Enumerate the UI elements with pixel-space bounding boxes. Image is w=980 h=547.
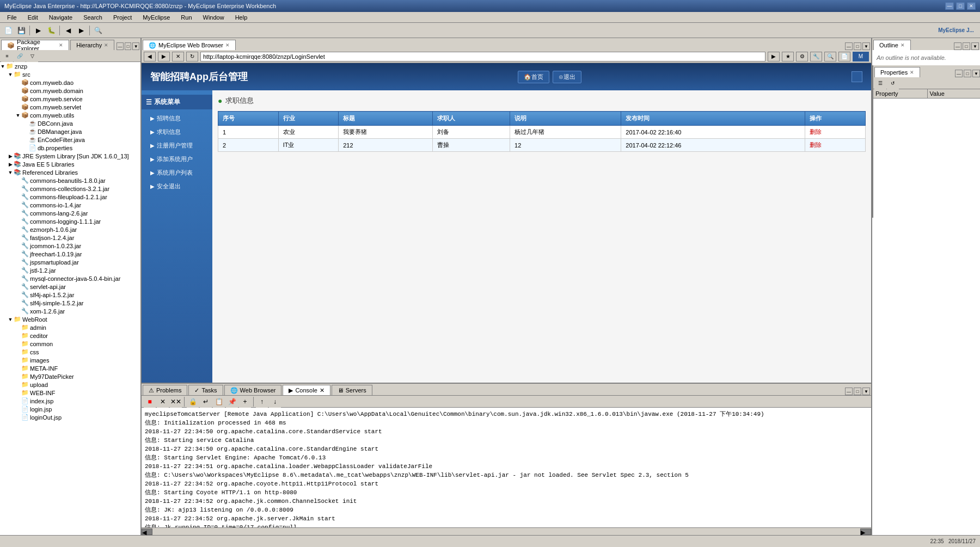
collapse-all-btn[interactable]: ≡ bbox=[1, 50, 13, 62]
tree-item[interactable]: 🔧jspsmartupload.jar bbox=[0, 258, 140, 266]
tree-item[interactable]: 🔧mysql-connector-java-5.0.4-bin.jar bbox=[0, 274, 140, 282]
tools-btn3[interactable]: 📄 bbox=[838, 52, 850, 62]
minimize-bottom[interactable]: — bbox=[845, 388, 853, 395]
search-btn[interactable]: 🔍 bbox=[92, 24, 104, 36]
tree-item[interactable]: ▼📁src bbox=[0, 70, 140, 78]
tree-item[interactable]: 🔧commons-io-1.4.jar bbox=[0, 201, 140, 209]
tree-item[interactable]: ▼📁WebRoot bbox=[0, 315, 140, 323]
menu-edit[interactable]: Edit bbox=[23, 13, 43, 22]
jump-to-next[interactable]: ↓ bbox=[269, 396, 281, 408]
delete-btn[interactable]: 删除 bbox=[810, 142, 822, 148]
menu-window[interactable]: Window bbox=[198, 13, 229, 22]
tree-item[interactable]: 🔧commons-lang-2.6.jar bbox=[0, 209, 140, 217]
word-wrap-btn[interactable]: ↵ bbox=[200, 396, 212, 408]
maximize-properties[interactable]: □ bbox=[964, 70, 971, 77]
back-browser-btn[interactable]: ◀ bbox=[144, 52, 156, 62]
maximize-left-panel[interactable]: □ bbox=[125, 42, 132, 50]
tree-item[interactable]: 📄loginOut.jsp bbox=[0, 413, 140, 421]
categories-btn[interactable]: ☰ bbox=[874, 77, 886, 89]
link-editor-btn[interactable]: 🔗 bbox=[14, 50, 26, 62]
tab-outline[interactable]: Outline ✕ bbox=[873, 40, 911, 50]
tree-item[interactable]: 🔧jstl-1.2.jar bbox=[0, 266, 140, 274]
settings-btn[interactable]: ⚙ bbox=[796, 52, 808, 62]
tree-item[interactable]: ☕DBManager.java bbox=[0, 127, 140, 136]
horizontal-scrollbar[interactable]: ◀ ▶ bbox=[142, 527, 871, 535]
maximize-btn[interactable]: □ bbox=[956, 2, 965, 10]
tab-hierarchy[interactable]: Hierarchy ✕ bbox=[70, 40, 114, 50]
tree-item[interactable]: ▼📚Referenced Libraries bbox=[0, 168, 140, 176]
view-menu-properties[interactable]: ▼ bbox=[972, 70, 980, 77]
debug-btn[interactable]: 🐛 bbox=[45, 24, 57, 36]
tree-item[interactable]: 🔧commons-beanutils-1.8.0.jar bbox=[0, 176, 140, 185]
refresh-browser-btn[interactable]: ↻ bbox=[186, 52, 198, 62]
minimize-btn[interactable]: — bbox=[945, 2, 954, 10]
tree-item[interactable]: 🔧commons-fileupload-1.2.1.jar bbox=[0, 193, 140, 201]
tree-item[interactable]: 🔧fastjson-1.2.4.jar bbox=[0, 233, 140, 242]
tree-item[interactable]: 🔧ezmorph-1.0.6.jar bbox=[0, 225, 140, 233]
tab-browser[interactable]: 🌐 MyEclipse Web Browser ✕ bbox=[143, 40, 236, 50]
tree-item[interactable]: ▶📚JRE System Library [Sun JDK 1.6.0_13] bbox=[0, 152, 140, 160]
run-btn[interactable]: ▶ bbox=[32, 24, 44, 36]
home-btn[interactable]: 🏠首页 bbox=[518, 71, 549, 83]
jump-to-prev[interactable]: ↑ bbox=[256, 396, 268, 408]
tree-item[interactable]: 🔧commons-logging-1.1.1.jar bbox=[0, 217, 140, 225]
tree-item[interactable]: 🔧slf4j-simple-1.5.2.jar bbox=[0, 299, 140, 307]
tree-item[interactable]: 📁common bbox=[0, 340, 140, 348]
tree-item[interactable]: 🔧xom-1.2.6.jar bbox=[0, 307, 140, 315]
tree-item[interactable]: 📦com.myweb.domain bbox=[0, 87, 140, 95]
minimize-left-panel[interactable]: — bbox=[117, 42, 124, 50]
maximize-outline[interactable]: □ bbox=[963, 42, 970, 50]
tree-view-btn[interactable]: ▽ bbox=[26, 50, 38, 62]
sidebar-item-user-list[interactable]: ▶ 系统用户列表 bbox=[142, 166, 212, 180]
close-package-explorer[interactable]: ✕ bbox=[59, 42, 63, 48]
tools-btn1[interactable]: 🔧 bbox=[810, 52, 822, 62]
tree-item[interactable]: 📄index.jsp bbox=[0, 397, 140, 405]
tab-console[interactable]: ▶ Console ✕ bbox=[283, 385, 330, 395]
close-hierarchy[interactable]: ✕ bbox=[104, 42, 108, 48]
new-console-btn[interactable]: + bbox=[239, 396, 251, 408]
tree-item[interactable]: ☕EnCodeFilter.java bbox=[0, 136, 140, 144]
tab-properties[interactable]: Properties ✕ bbox=[874, 67, 920, 77]
stop-browser-btn[interactable]: ✕ bbox=[172, 52, 184, 62]
app-menu-btn[interactable] bbox=[852, 71, 862, 82]
sidebar-item-logout[interactable]: ▶ 安全退出 bbox=[142, 180, 212, 193]
view-menu-left[interactable]: ▼ bbox=[132, 42, 139, 50]
minimize-browser[interactable]: — bbox=[845, 42, 853, 50]
bookmark-btn[interactable]: ★ bbox=[782, 52, 794, 62]
tree-item[interactable]: ☕DBConn.java bbox=[0, 119, 140, 127]
menu-file[interactable]: File bbox=[2, 13, 22, 22]
go-btn[interactable]: ▶ bbox=[768, 52, 780, 62]
delete-btn[interactable]: 删除 bbox=[810, 128, 822, 135]
minimize-properties[interactable]: — bbox=[955, 70, 963, 77]
tree-item[interactable]: ▼📁znzp bbox=[0, 62, 140, 70]
logout-btn[interactable]: ⊙退出 bbox=[553, 71, 581, 83]
tab-tasks[interactable]: ✓ Tasks bbox=[188, 385, 223, 395]
new-btn[interactable]: 📄 bbox=[2, 24, 14, 36]
forward-btn[interactable]: ▶ bbox=[75, 24, 87, 36]
forward-browser-btn[interactable]: ▶ bbox=[158, 52, 170, 62]
sidebar-item-jobseeking[interactable]: ▶ 求职信息 bbox=[142, 125, 212, 139]
scroll-left[interactable]: ◀ bbox=[142, 528, 152, 535]
tree-item[interactable]: 📁WEB-INF bbox=[0, 389, 140, 397]
menu-run[interactable]: Run bbox=[176, 13, 197, 22]
tree-item[interactable]: 📁css bbox=[0, 348, 140, 356]
remove-all-btn[interactable]: ✕✕ bbox=[170, 396, 182, 408]
close-properties[interactable]: ✕ bbox=[910, 70, 914, 75]
scroll-right[interactable]: ▶ bbox=[860, 528, 871, 535]
close-outline[interactable]: ✕ bbox=[901, 42, 905, 48]
view-menu-bottom[interactable]: ▼ bbox=[862, 388, 870, 395]
tree-item[interactable]: 📦com.myweb.service bbox=[0, 95, 140, 103]
menu-project[interactable]: Project bbox=[108, 13, 137, 22]
menu-myeclipse[interactable]: MyEclipse bbox=[138, 13, 175, 22]
view-menu-outline[interactable]: ▼ bbox=[971, 42, 979, 50]
scroll-lock-btn[interactable]: 🔒 bbox=[187, 396, 199, 408]
view-menu-browser[interactable]: ▼ bbox=[862, 42, 870, 50]
tree-item[interactable]: 🔧jfreechart-1.0.19.jar bbox=[0, 250, 140, 258]
tree-item[interactable]: 📁upload bbox=[0, 380, 140, 389]
tree-item[interactable]: 📁My97DatePicker bbox=[0, 372, 140, 380]
maximize-bottom[interactable]: □ bbox=[854, 388, 861, 395]
tree-item[interactable]: 📁images bbox=[0, 356, 140, 364]
minimize-outline[interactable]: — bbox=[954, 42, 961, 50]
tree-item[interactable]: 📦com.myweb.servlet bbox=[0, 103, 140, 111]
tree-item[interactable]: 📄db.properties bbox=[0, 144, 140, 152]
